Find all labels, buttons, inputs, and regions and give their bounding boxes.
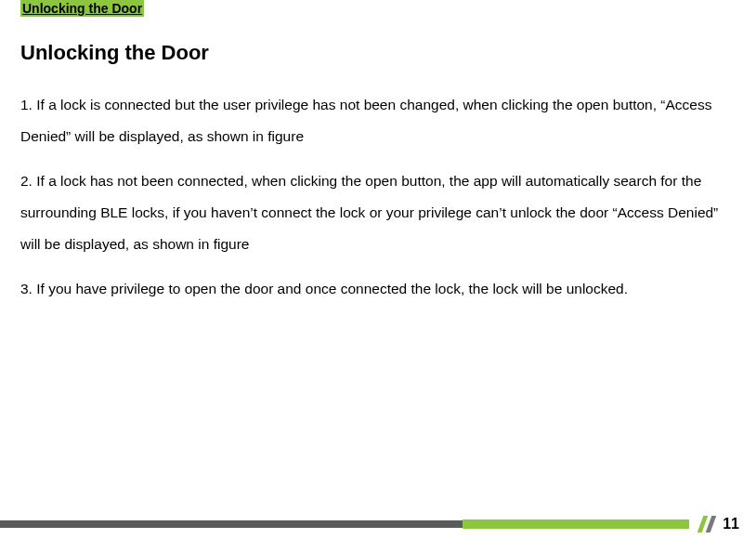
body-paragraph: 3. If you have privilege to open the doo…: [20, 273, 736, 305]
page-footer: 11: [0, 517, 756, 532]
footer-stripes: [700, 516, 713, 532]
page-number: 11: [723, 516, 739, 532]
stripe-icon: [706, 516, 717, 532]
section-heading: Unlocking the Door: [20, 41, 736, 65]
body-paragraph: 2. If a lock has not been connected, whe…: [20, 165, 736, 260]
document-content: Unlocking the Door Unlocking the Door 1.…: [0, 0, 756, 306]
footer-bar-dark: [0, 520, 464, 528]
body-paragraph: 1. If a lock is connected but the user p…: [20, 89, 736, 152]
highlighted-title: Unlocking the Door: [20, 0, 144, 17]
footer-bar-green: [463, 519, 689, 529]
